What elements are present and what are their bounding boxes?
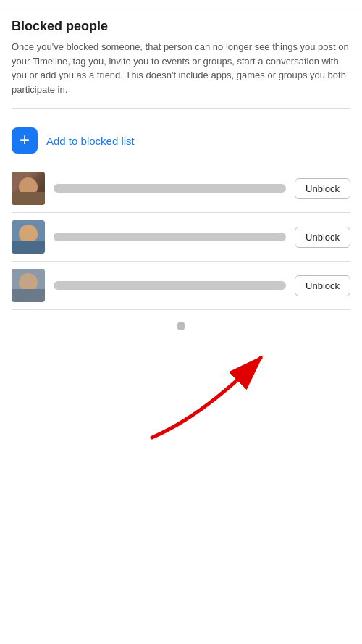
section-description: Once you've blocked someone, that person…	[12, 40, 350, 96]
unblock-button-3[interactable]: Unblock	[295, 275, 350, 296]
blocked-list: Unblock Unblock Unblock	[12, 164, 350, 310]
arrow-annotation	[145, 343, 304, 452]
avatar	[12, 172, 45, 205]
blocked-person-name-bar	[54, 233, 286, 241]
main-content: Blocked people Once you've blocked someo…	[0, 7, 362, 336]
blocked-item: Unblock	[12, 262, 350, 310]
page-title: Blocked people	[12, 19, 350, 34]
blocked-person-name-bar	[54, 281, 286, 290]
blocked-person-name-bar	[54, 184, 286, 193]
add-to-blocked-icon-button[interactable]: +	[12, 127, 38, 154]
add-to-blocked-label[interactable]: Add to blocked list	[46, 135, 135, 147]
blocked-item: Unblock	[12, 164, 350, 213]
top-bar	[0, 0, 362, 7]
blocked-item: Unblock	[12, 213, 350, 262]
plus-icon: +	[20, 131, 30, 149]
arrow-annotation-container	[0, 336, 362, 467]
unblock-button-2[interactable]: Unblock	[295, 227, 350, 248]
avatar	[12, 220, 45, 254]
add-to-blocked-row[interactable]: + Add to blocked list	[12, 120, 350, 161]
page-container: Blocked people Once you've blocked someo…	[0, 0, 362, 644]
loading-dot	[177, 322, 185, 330]
remaining-space	[0, 467, 362, 644]
avatar	[12, 269, 45, 302]
loading-indicator-area	[12, 310, 350, 336]
divider-1	[12, 108, 350, 109]
unblock-button-1[interactable]: Unblock	[295, 178, 350, 199]
